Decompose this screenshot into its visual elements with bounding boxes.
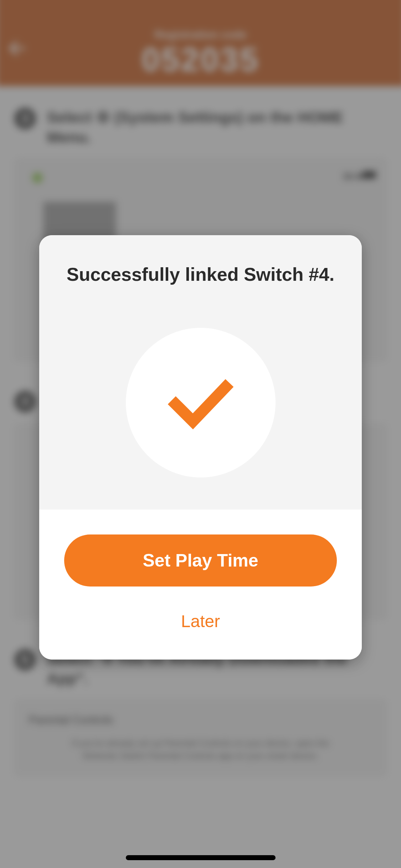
success-check-circle bbox=[126, 328, 276, 477]
set-play-time-button[interactable]: Set Play Time bbox=[64, 534, 337, 587]
later-button[interactable]: Later bbox=[167, 604, 234, 638]
modal-bottom-section: Set Play Time Later bbox=[39, 510, 362, 660]
success-modal: Successfully linked Switch #4. Set Play … bbox=[39, 235, 362, 660]
modal-top-section: Successfully linked Switch #4. bbox=[39, 235, 362, 510]
modal-title: Successfully linked Switch #4. bbox=[57, 264, 344, 285]
checkmark-icon bbox=[163, 365, 238, 440]
home-indicator bbox=[126, 855, 276, 860]
